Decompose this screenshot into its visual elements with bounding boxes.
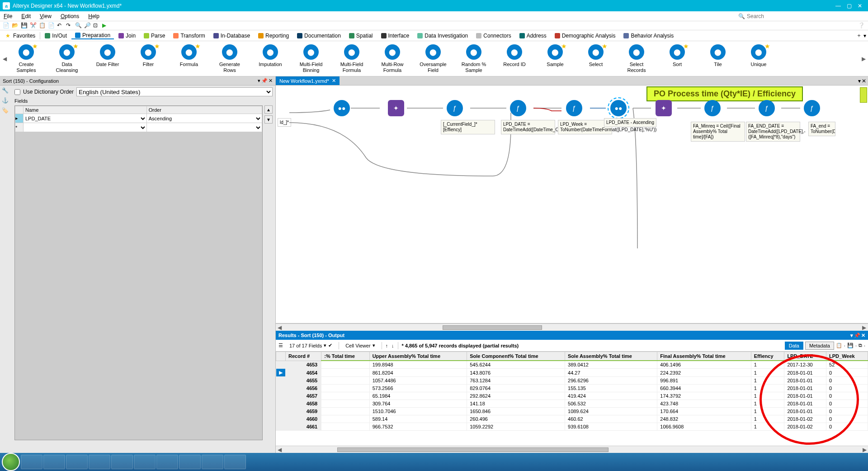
- row-marker[interactable]: [276, 385, 286, 392]
- new-window-icon[interactable]: ⧉: [859, 343, 862, 348]
- comment-box[interactable]: PO Process time (Qty*IE) / Efficiency: [646, 86, 803, 101]
- cell[interactable]: 1510.7046: [369, 408, 467, 415]
- tool-generate-rows[interactable]: ⬤Generate Rows: [213, 44, 246, 72]
- taskbar-item[interactable]: [21, 455, 42, 469]
- scroll-right-icon[interactable]: ▶: [861, 324, 868, 331]
- cell[interactable]: [321, 415, 369, 423]
- table-row[interactable]: 4660589.14260.496460.62248.83212018-01-0…: [276, 415, 868, 423]
- cell[interactable]: [321, 423, 369, 431]
- move-up-button[interactable]: ▲: [264, 105, 273, 114]
- taskbar-item[interactable]: [156, 455, 178, 469]
- minimize-button[interactable]: —: [833, 3, 844, 9]
- category-tab-connectors[interactable]: Connectors: [472, 33, 514, 39]
- formula-tool-node-5[interactable]: ƒ: [759, 100, 775, 116]
- row-marker[interactable]: [276, 392, 286, 400]
- cell[interactable]: 1089.624: [565, 408, 657, 415]
- tool-formula[interactable]: ⬤★Formula: [173, 44, 205, 72]
- results-scroll-left-icon[interactable]: ◀: [276, 447, 283, 453]
- empty-order-select[interactable]: [147, 124, 262, 132]
- column-header[interactable]: :% Total time: [321, 352, 369, 361]
- column-header[interactable]: Record #: [286, 352, 321, 361]
- cell[interactable]: 260.496: [467, 415, 565, 423]
- cell[interactable]: 224.2392: [657, 369, 751, 377]
- cell[interactable]: [321, 408, 369, 415]
- cell[interactable]: 1: [751, 415, 784, 423]
- formula-tool-node-2[interactable]: ƒ: [510, 100, 526, 116]
- tool-select[interactable]: ⬤★Select: [580, 44, 612, 72]
- tool-filter[interactable]: ⬤★Filter: [132, 44, 165, 72]
- formula-tool-node-4[interactable]: ƒ: [704, 100, 721, 116]
- join-tool-node-2[interactable]: ✦: [656, 100, 672, 116]
- tool-sample[interactable]: ⬤★Sample: [539, 44, 571, 72]
- cell[interactable]: 0: [826, 377, 868, 385]
- row-marker[interactable]: [276, 377, 286, 385]
- cell[interactable]: 1: [751, 369, 784, 377]
- wrench-icon[interactable]: 🔧: [2, 87, 9, 95]
- table-row[interactable]: 465765.1984292.8624419.424174.379212018-…: [276, 392, 868, 400]
- menu-options[interactable]: Options: [61, 13, 79, 19]
- cell[interactable]: 1650.846: [467, 408, 565, 415]
- tool-multi-row-formula[interactable]: ⬤Multi-Row Formula: [376, 44, 409, 72]
- taskbar-item[interactable]: [202, 455, 223, 469]
- category-tab-interface[interactable]: Interface: [377, 33, 413, 39]
- cell[interactable]: 419.424: [565, 392, 657, 400]
- cell[interactable]: 0: [826, 415, 868, 423]
- taskbar-item[interactable]: [66, 455, 88, 469]
- formula-tool-node-3[interactable]: ƒ: [566, 100, 582, 116]
- cell[interactable]: 660.3944: [657, 385, 751, 392]
- cell[interactable]: 966.7532: [369, 423, 467, 431]
- cell[interactable]: 2018-01-01: [784, 369, 826, 377]
- cell[interactable]: 248.832: [657, 415, 751, 423]
- cell[interactable]: 143.8076: [467, 369, 565, 377]
- cell[interactable]: 2017-12-30: [784, 361, 826, 369]
- row-marker[interactable]: [276, 415, 286, 423]
- tab-close-all-icon[interactable]: ✕: [862, 78, 866, 84]
- sort-asc-icon[interactable]: ↑: [386, 343, 388, 348]
- cell[interactable]: 545.6244: [467, 361, 565, 369]
- cell[interactable]: 1: [751, 408, 784, 415]
- menu-edit[interactable]: Edit: [21, 13, 31, 19]
- category-dropdown-icon[interactable]: ▾: [863, 33, 866, 39]
- config-close-icon[interactable]: ✕: [269, 78, 273, 84]
- formula-tool-node-6[interactable]: ƒ: [804, 100, 820, 116]
- category-tab-join[interactable]: Join: [115, 33, 139, 39]
- cell[interactable]: 2018-01-01: [784, 377, 826, 385]
- results-dropdown-icon[interactable]: ▾: [850, 333, 853, 338]
- tool-date-filter[interactable]: ⬤Date Filter: [91, 44, 124, 72]
- ribbon-left-arrow[interactable]: ◀: [2, 56, 7, 62]
- table-row[interactable]: ▶4654861.8204143.807644.27224.239212018-…: [276, 369, 868, 377]
- cell[interactable]: 1: [751, 423, 784, 431]
- category-tab-in-out[interactable]: In/Out: [41, 33, 71, 39]
- cell[interactable]: 861.8204: [369, 369, 467, 377]
- new-icon[interactable]: 📄: [3, 22, 10, 29]
- cell[interactable]: 141.18: [467, 400, 565, 408]
- locale-select[interactable]: English (United States): [76, 87, 273, 96]
- canvas-horizontal-scrollbar[interactable]: ◀ ▶: [276, 324, 868, 331]
- tool-random-sample[interactable]: ⬤Random % Sample: [458, 44, 490, 72]
- join-tool-node-1[interactable]: ✦: [388, 100, 404, 116]
- category-tab-behavior-analysis[interactable]: Behavior Analysis: [620, 33, 677, 39]
- col-name[interactable]: Name: [24, 106, 147, 114]
- column-header[interactable]: Effiency: [751, 352, 784, 361]
- tool-unique[interactable]: ⬤★Unique: [742, 44, 775, 72]
- results-pin-icon[interactable]: 📌: [854, 333, 860, 338]
- empty-name-select[interactable]: [24, 124, 146, 132]
- workflow-canvas[interactable]: PO Process time (Qty*IE) / Efficiency ld…: [276, 86, 868, 324]
- use-dictionary-checkbox[interactable]: [14, 89, 20, 95]
- tag-icon[interactable]: 🏷️: [2, 107, 9, 114]
- cell[interactable]: [321, 400, 369, 408]
- cell[interactable]: 2018-01-02: [784, 415, 826, 423]
- tool-data-cleansing[interactable]: ⬤★Data Cleansing: [51, 44, 83, 72]
- category-tab-address[interactable]: Address: [516, 33, 550, 39]
- menu-view[interactable]: View: [40, 13, 52, 19]
- tool-multi-field-binning[interactable]: ⬤Multi-Field Binning: [295, 44, 327, 72]
- row-marker[interactable]: [276, 400, 286, 408]
- scroll-left-icon[interactable]: ◀: [276, 324, 283, 331]
- tool-oversample-field[interactable]: ⬤Oversample Field: [417, 44, 449, 72]
- tab-close-icon[interactable]: ✕: [332, 78, 336, 84]
- sort-tool-node[interactable]: ●●: [610, 100, 627, 116]
- cell[interactable]: 0: [826, 400, 868, 408]
- cell[interactable]: 589.14: [369, 415, 467, 423]
- taskbar-item[interactable]: [89, 455, 110, 469]
- cell[interactable]: 65.1984: [369, 392, 467, 400]
